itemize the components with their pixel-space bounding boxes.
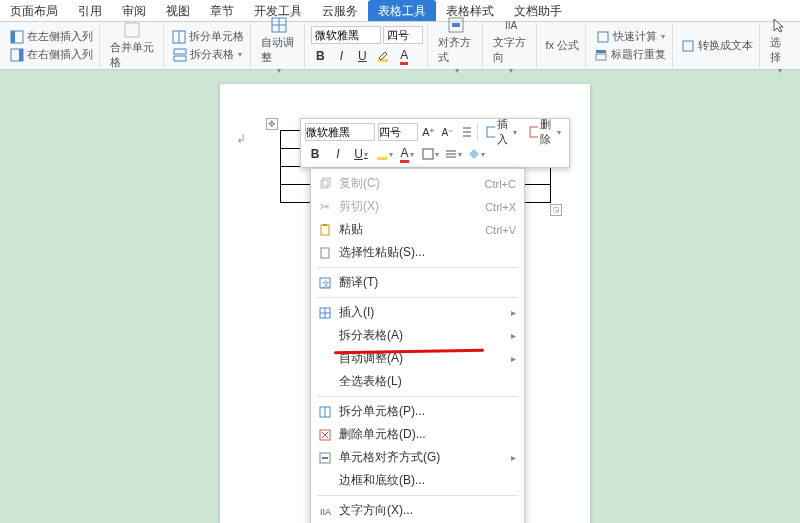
mini-grow-font-button[interactable]: A⁺ [421, 122, 437, 142]
highlight-button[interactable] [374, 47, 392, 65]
menu-separator [317, 297, 518, 298]
menu-select-table[interactable]: 全选表格(L) [311, 370, 524, 393]
mini-shading-button[interactable]: ▾ [466, 144, 486, 164]
to-text-button[interactable]: 转换成文本 [679, 37, 755, 54]
font-size-select[interactable] [383, 26, 423, 44]
insert-col-right-button[interactable]: 在右侧插入列 [8, 46, 95, 63]
menu-split-cells-label: 拆分单元格(P)... [339, 403, 425, 420]
menu-cut-shortcut: Ctrl+X [485, 201, 516, 213]
font-color-button[interactable]: A [395, 47, 413, 65]
tab-review[interactable]: 审阅 [112, 0, 156, 21]
split-cell-icon [172, 30, 186, 44]
underline-button[interactable]: U [353, 47, 371, 65]
menu-text-direction[interactable]: IIA 文字方向(X)... [311, 499, 524, 522]
menu-split-table[interactable]: 拆分表格(A) ▸ [311, 324, 524, 347]
tab-view[interactable]: 视图 [156, 0, 200, 21]
quick-calc-button[interactable]: 快速计算▾ [594, 28, 667, 45]
mini-underline-button[interactable]: U▾ [351, 144, 371, 164]
group-select: 选择▾ [762, 24, 796, 68]
split-table-icon [173, 48, 187, 62]
select-button[interactable]: 选择▾ [766, 14, 792, 77]
align-label: 对齐方式 [438, 35, 474, 65]
formula-button[interactable]: fx 公式 [543, 37, 581, 54]
svg-rect-16 [598, 32, 608, 42]
align-button[interactable]: 对齐方式▾ [434, 14, 478, 77]
chevron-down-icon: ▾ [238, 50, 242, 59]
tab-cloud[interactable]: 云服务 [312, 0, 368, 21]
mini-delete-button[interactable]: 删除▾ [524, 122, 565, 142]
menu-translate-label: 翻译(T) [339, 274, 378, 291]
menu-borders[interactable]: 边框和底纹(B)... [311, 469, 524, 492]
group-formula: fx 公式 [539, 24, 586, 68]
table-move-handle[interactable]: ✥ [266, 118, 278, 130]
svg-rect-25 [377, 157, 387, 160]
tab-chapter[interactable]: 章节 [200, 0, 244, 21]
autofit-label: 自动调整 [261, 35, 297, 65]
svg-rect-31 [323, 178, 330, 186]
table-resize-handle[interactable]: ◲ [550, 204, 562, 216]
svg-text:文: 文 [322, 280, 330, 289]
split-table-label: 拆分表格 [190, 47, 234, 62]
bold-button[interactable]: B [311, 47, 329, 65]
mini-bold-button[interactable]: B [305, 144, 325, 164]
mini-linespacing-button[interactable] [458, 122, 474, 142]
menu-paste-special[interactable]: 选择性粘贴(S)... [311, 241, 524, 264]
italic-button[interactable]: I [332, 47, 350, 65]
mini-font-size[interactable] [378, 123, 418, 141]
insert-col-right-label: 在右侧插入列 [27, 47, 93, 62]
group-split: 拆分单元格 拆分表格▾ [166, 24, 251, 68]
split-cells-button[interactable]: 拆分单元格 [170, 28, 246, 45]
menu-copy[interactable]: 复制(C) Ctrl+C [311, 172, 524, 195]
svg-rect-33 [323, 224, 327, 226]
menu-select-table-label: 全选表格(L) [339, 373, 402, 390]
mini-shrink-font-button[interactable]: A⁻ [440, 122, 456, 142]
merge-cells-button[interactable]: 合并单元格 [106, 19, 159, 72]
svg-rect-26 [423, 149, 433, 159]
menu-delete-cells[interactable]: 删除单元格(D)... [311, 423, 524, 446]
paste-icon [317, 222, 333, 238]
chevron-down-icon: ▾ [455, 66, 459, 75]
mini-insert-label: 插入 [497, 117, 513, 147]
mini-italic-button[interactable]: I [328, 144, 348, 164]
group-autofit: 自动调整▾ [253, 24, 306, 68]
mini-align-button[interactable]: ▾ [443, 144, 463, 164]
mini-font-color-button[interactable]: A▾ [397, 144, 417, 164]
menu-split-table-label: 拆分表格(A) [339, 327, 403, 344]
mini-insert-button[interactable]: 插入▾ [481, 122, 522, 142]
insert-icon [317, 305, 333, 321]
svg-rect-3 [19, 49, 23, 61]
menu-split-cells[interactable]: 拆分单元格(P)... [311, 400, 524, 423]
submenu-arrow-icon: ▸ [511, 353, 516, 364]
svg-text:IIA: IIA [505, 20, 518, 31]
paragraph-mark-icon: ↲ [236, 132, 246, 146]
menu-paste[interactable]: 粘贴 Ctrl+V [311, 218, 524, 241]
paste-special-icon [317, 245, 333, 261]
context-menu: 复制(C) Ctrl+C ✂ 剪切(X) Ctrl+X 粘贴 Ctrl+V 选择… [310, 168, 525, 523]
group-font: B I U A [307, 24, 428, 68]
repeat-header-button[interactable]: 标题行重复 [592, 46, 668, 63]
font-name-select[interactable] [311, 26, 381, 44]
menu-cut[interactable]: ✂ 剪切(X) Ctrl+X [311, 195, 524, 218]
mini-highlight-button[interactable]: ▾ [374, 144, 394, 164]
group-merge: 合并单元格 [102, 24, 164, 68]
text-direction-button[interactable]: IIA 文字方向▾ [489, 14, 533, 77]
insert-col-left-button[interactable]: 在左侧插入列 [8, 28, 95, 45]
mini-font-name[interactable] [305, 123, 375, 141]
tab-table-tools[interactable]: 表格工具 [368, 0, 436, 21]
merge-icon [123, 21, 141, 39]
split-table-button[interactable]: 拆分表格▾ [171, 46, 244, 63]
svg-rect-8 [174, 56, 186, 61]
to-text-label: 转换成文本 [698, 38, 753, 53]
submenu-arrow-icon: ▸ [511, 452, 516, 463]
autofit-button[interactable]: 自动调整▾ [257, 14, 301, 77]
tab-reference[interactable]: 引用 [68, 0, 112, 21]
menu-cell-align[interactable]: 单元格对齐方式(G) ▸ [311, 446, 524, 469]
mini-border-button[interactable]: ▾ [420, 144, 440, 164]
menu-borders-label: 边框和底纹(B)... [339, 472, 425, 489]
menu-separator [317, 396, 518, 397]
tab-page-layout[interactable]: 页面布局 [0, 0, 68, 21]
cursor-icon [770, 16, 788, 34]
menu-insert[interactable]: 插入(I) ▸ [311, 301, 524, 324]
menu-insert-label: 插入(I) [339, 304, 374, 321]
menu-translate[interactable]: 文 翻译(T) [311, 271, 524, 294]
